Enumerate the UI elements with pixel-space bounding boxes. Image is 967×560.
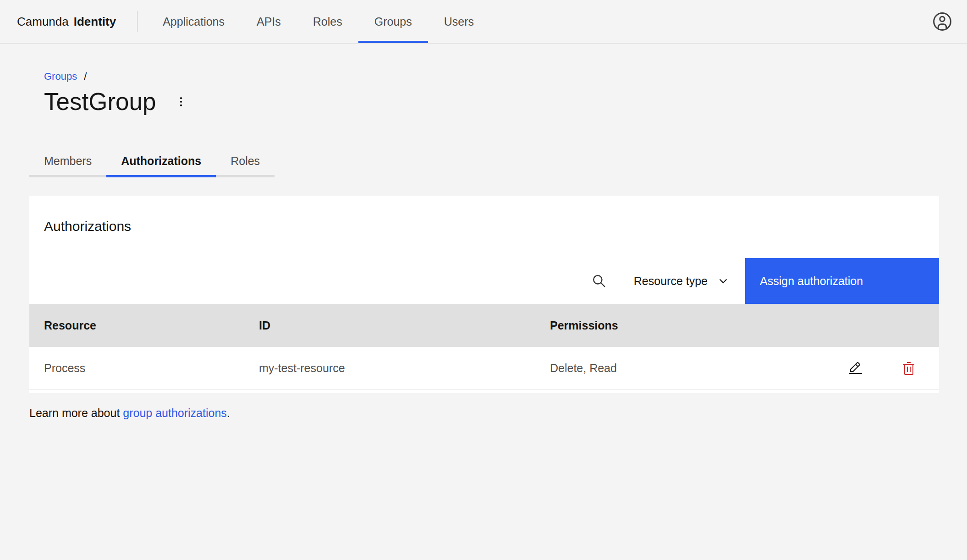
tab-members[interactable]: Members [29, 149, 106, 177]
edit-icon [848, 361, 863, 376]
authorizations-card: Authorizations Resource type Assign auth… [29, 196, 939, 393]
breadcrumb-groups-link[interactable]: Groups [44, 70, 77, 83]
nav-item-apis[interactable]: APIs [241, 0, 297, 43]
group-detail-page: Groups / TestGroup Members Authorization… [0, 70, 967, 421]
learn-more-suffix: . [227, 406, 230, 419]
search-button[interactable] [577, 258, 621, 304]
search-icon [591, 273, 607, 289]
tab-roles[interactable]: Roles [216, 149, 275, 177]
overflow-menu-icon [175, 95, 187, 108]
trash-icon [901, 361, 916, 376]
tab-bar: Members Authorizations Roles [29, 149, 967, 177]
nav-item-groups[interactable]: Groups [358, 0, 428, 43]
edit-authorization-button[interactable] [845, 357, 867, 379]
nav-item-users[interactable]: Users [428, 0, 490, 43]
delete-authorization-button[interactable] [898, 357, 920, 379]
cell-permissions: Delete, Read [550, 362, 845, 375]
header-divider [137, 11, 137, 32]
authorizations-table: Resource ID Permissions Process my-test-… [29, 304, 939, 390]
cell-id: my-test-resource [259, 362, 550, 375]
breadcrumb-separator: / [84, 70, 87, 83]
group-authorizations-link[interactable]: group authorizations [123, 406, 227, 419]
column-header-resource: Resource [29, 319, 259, 332]
app-header: Camunda Identity Applications APIs Roles… [0, 0, 967, 44]
page-title: TestGroup [44, 87, 156, 116]
column-header-permissions: Permissions [550, 319, 939, 332]
brand-product: Identity [74, 15, 116, 29]
assign-authorization-button[interactable]: Assign authorization [745, 258, 939, 304]
user-menu-button[interactable] [930, 10, 954, 33]
table-header-row: Resource ID Permissions [29, 304, 939, 347]
main-nav: Applications APIs Roles Groups Users [147, 0, 490, 43]
tab-authorizations[interactable]: Authorizations [106, 149, 216, 177]
user-avatar-icon [932, 11, 952, 32]
brand-logo[interactable]: Camunda Identity [0, 0, 137, 43]
cell-resource: Process [29, 362, 259, 375]
column-header-id: ID [259, 319, 550, 332]
nav-item-roles[interactable]: Roles [297, 0, 358, 43]
resource-type-label: Resource type [634, 275, 708, 288]
brand-name: Camunda [17, 15, 69, 29]
camunda-identity-app: { "header": { "brand_name": "Camunda", "… [0, 0, 967, 560]
resource-type-dropdown[interactable]: Resource type [621, 258, 745, 304]
row-actions [845, 357, 920, 379]
title-row: TestGroup [44, 87, 967, 116]
table-toolbar: Resource type Assign authorization [29, 258, 939, 304]
breadcrumb: Groups / [44, 70, 967, 83]
chevron-down-icon [717, 275, 730, 287]
overflow-menu-button[interactable] [169, 93, 193, 111]
learn-more-prefix: Learn more about [29, 406, 123, 419]
card-heading: Authorizations [29, 196, 939, 236]
nav-item-applications[interactable]: Applications [147, 0, 241, 43]
table-row: Process my-test-resource Delete, Read [29, 347, 939, 390]
learn-more-text: Learn more about group authorizations. [29, 405, 967, 421]
